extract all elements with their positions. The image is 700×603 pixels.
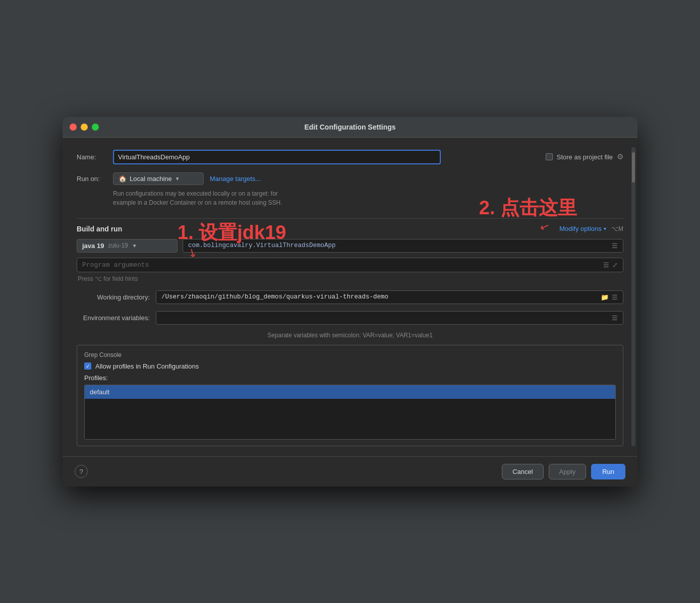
run-on-label: Run on: — [77, 175, 107, 183]
run-on-description: Run configurations may be executed local… — [113, 189, 623, 207]
grep-console-box: Grep Console Allow profiles in Run Confi… — [77, 345, 623, 446]
chevron-down-icon: ▾ — [604, 226, 606, 231]
bottom-actions: Cancel Apply Run — [502, 464, 625, 479]
traffic-lights — [70, 124, 99, 131]
env-hint: Separate variables with semicolon: VAR=v… — [77, 332, 623, 339]
build-run-header: Build and run Modify options ▾ ⌥M 1. 设置j… — [77, 225, 623, 233]
name-row: Name: Store as project file ⚙ — [77, 150, 623, 164]
java-sdk-label: zulu-19 — [108, 242, 128, 249]
manage-targets-link[interactable]: Manage targets... — [210, 175, 261, 183]
env-variables-row: Environment variables: ☰ — [77, 311, 623, 325]
dropdown-arrow-icon: ▼ — [175, 176, 180, 182]
content-area: Name: Store as project file ⚙ Run on: 🏠 … — [63, 138, 637, 456]
working-directory-row: Working directory: /Users/zhaoqin/github… — [77, 290, 623, 304]
grep-console-title: Grep Console — [84, 351, 616, 358]
program-arguments-icons: ☰ ⤢ — [603, 261, 618, 269]
gear-icon[interactable]: ⚙ — [617, 152, 623, 161]
prog-args-expand-icon[interactable]: ⤢ — [612, 261, 618, 269]
main-window: Edit Configuration Settings Name: Store … — [63, 117, 637, 487]
java-dropdown-arrow-icon: ▼ — [132, 243, 137, 249]
modify-options-area: Modify options ▾ ⌥M — [559, 225, 623, 232]
main-class-value: com.bolingcavalry.VirtualThreadsDemoApp — [188, 242, 612, 249]
working-directory-label: Working directory: — [77, 293, 150, 301]
working-directory-field[interactable]: /Users/zhaoqin/github/blog_demos/quarkus… — [156, 290, 623, 304]
modify-options-button[interactable]: Modify options ▾ — [559, 225, 606, 232]
working-directory-value: /Users/zhaoqin/github/blog_demos/quarkus… — [161, 293, 601, 300]
prog-args-browse-icon[interactable]: ☰ — [603, 261, 609, 269]
working-dir-browse-icon[interactable]: ☰ — [612, 293, 618, 301]
close-button[interactable] — [70, 124, 77, 131]
profiles-label: Profiles: — [84, 374, 616, 382]
java-version-label: java 19 — [82, 242, 104, 250]
main-class-browse-icon[interactable]: ☰ — [612, 242, 618, 250]
name-left: Name: — [77, 150, 546, 164]
working-dir-folder-icon[interactable]: 📁 — [601, 293, 609, 301]
modify-shortcut-label: ⌥M — [611, 225, 623, 232]
allow-profiles-label: Allow profiles in Run Configurations — [95, 363, 199, 370]
java-sdk-dropdown[interactable]: java 19 zulu-19 ▼ — [77, 239, 178, 253]
scrollbar[interactable] — [631, 147, 635, 446]
divider — [77, 218, 623, 219]
allow-profiles-checkbox[interactable] — [84, 363, 91, 370]
home-icon: 🏠 — [119, 175, 127, 183]
cancel-button[interactable]: Cancel — [502, 464, 543, 479]
working-directory-icons: 📁 ☰ — [601, 293, 618, 301]
env-variables-field[interactable]: ☰ — [156, 311, 623, 325]
program-arguments-placeholder: Program arguments — [82, 261, 603, 269]
build-row: java 19 zulu-19 ▼ com.bolingcavalry.Virt… — [77, 239, 623, 253]
env-variables-icons: ☰ — [612, 314, 618, 322]
env-variables-browse-icon[interactable]: ☰ — [612, 314, 618, 322]
bottom-bar: ? Cancel Apply Run — [63, 456, 637, 487]
profiles-list: default — [84, 385, 616, 440]
build-run-title: Build and run — [77, 225, 122, 233]
main-class-field[interactable]: com.bolingcavalry.VirtualThreadsDemoApp … — [183, 239, 623, 253]
run-on-dropdown[interactable]: 🏠 Local machine ▼ — [113, 172, 204, 185]
field-hint: Press ⌥ for field hints — [78, 275, 623, 282]
apply-button[interactable]: Apply — [549, 464, 587, 479]
run-on-row: Run on: 🏠 Local machine ▼ Manage targets… — [77, 172, 623, 185]
profile-default-item[interactable]: default — [85, 385, 615, 399]
env-variables-label: Environment variables: — [77, 314, 150, 322]
maximize-button[interactable] — [92, 124, 99, 131]
store-as-project-label: Store as project file — [557, 153, 613, 161]
program-arguments-row[interactable]: Program arguments ☰ ⤢ — [77, 258, 623, 272]
name-right: Store as project file ⚙ — [546, 152, 623, 161]
store-as-project-checkbox[interactable] — [546, 153, 553, 160]
help-button[interactable]: ? — [75, 465, 88, 478]
name-input[interactable] — [113, 150, 441, 164]
window-title: Edit Configuration Settings — [304, 123, 395, 131]
grep-checkbox-row: Allow profiles in Run Configurations — [84, 363, 616, 370]
minimize-button[interactable] — [81, 124, 88, 131]
name-label: Name: — [77, 153, 107, 161]
scrollbar-thumb[interactable] — [632, 152, 635, 183]
run-on-value: Local machine — [130, 175, 172, 183]
title-bar: Edit Configuration Settings — [63, 117, 637, 138]
modify-options-label: Modify options — [559, 225, 602, 232]
run-button[interactable]: Run — [591, 464, 625, 479]
profile-empty-area — [85, 399, 615, 439]
